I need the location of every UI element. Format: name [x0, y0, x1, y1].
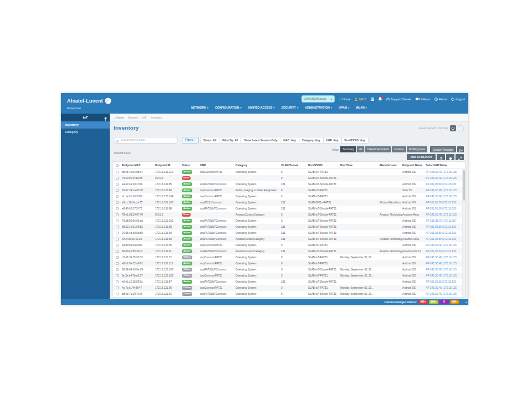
row-checkbox[interactable] — [116, 213, 119, 216]
table-row[interactable]: dc:1e:b1:19:3f:06172.16.122.104Activeunp… — [113, 193, 465, 200]
table-row[interactable]: e8:b2:9e:22:a9:91172.16.131.116Activeunp… — [113, 260, 465, 267]
tab-location[interactable]: Location — [392, 146, 406, 152]
table-row[interactable]: 4c:ef:c0:01:42:33172.16.131.60ActiveunpP… — [113, 236, 465, 242]
row-checkbox[interactable] — [116, 293, 119, 295]
table-row[interactable]: e0:e1:c2:15:09:9c172.16.131.87ActiveunpP… — [113, 279, 465, 285]
scroll-top-arrow[interactable]: ▲ — [465, 299, 468, 305]
cell-switch-ap-name[interactable]: AP-245,3D:40 (172.16.125 — [426, 195, 465, 198]
cell-switch-ap-name[interactable]: AP-261,05:30 (172.16.130 — [426, 232, 465, 234]
filter-chip-mac[interactable]: MAC: Any — [280, 137, 299, 144]
row-checkbox[interactable] — [116, 201, 119, 204]
row-checkbox[interactable] — [116, 274, 119, 277]
nav-menu-administration[interactable]: ADMINISTRATION▾ — [305, 106, 332, 109]
row-checkbox[interactable] — [116, 232, 119, 234]
table-row[interactable]: 70:a8:55:9e:00:ad172.16.121.102Activeunp… — [113, 218, 465, 224]
column-header-endpoint-name[interactable]: Endpoint Name — [402, 164, 426, 167]
nav-menu-security[interactable]: SECURITY▾ — [282, 106, 299, 109]
table-row[interactable]: 90:dd:e7:85:3e:7c172.16.131.81ActiveunpP… — [113, 248, 465, 254]
fullscreen-button[interactable] — [456, 154, 464, 160]
row-checkbox[interactable] — [116, 238, 119, 241]
tab-all[interactable]: All — [357, 146, 364, 152]
cell-switch-ap-name[interactable]: AP-261,05:30 (172.16.130 — [426, 201, 465, 204]
alarm-count-badge[interactable]: 999+ — [429, 300, 438, 304]
tab-classification-auth[interactable]: Classification/Auth — [365, 146, 391, 152]
column-header-category[interactable]: Category — [236, 164, 281, 167]
row-checkbox[interactable] — [116, 189, 119, 192]
add-to-report-button[interactable]: ADD TO REPORT — [407, 154, 436, 160]
row-checkbox[interactable] — [116, 250, 119, 253]
table-row[interactable]: 08:34:64:30:0e:09172.16.122.108Offlineun… — [113, 267, 465, 273]
column-header-manufacturer[interactable]: Manufacturer — [380, 164, 402, 167]
cell-switch-ap-name[interactable]: AP-245,3D:40 (172.16.125 — [426, 262, 465, 265]
tab-profiling-data[interactable]: Profiling Data — [407, 146, 427, 152]
table-row[interactable]: e8:40:65:37:5f:75172.16.131.88ActiveunpP… — [113, 206, 465, 212]
filter-chip-filter-by[interactable]: Filter By: All — [219, 137, 241, 144]
breadcrumb-item-inventory[interactable]: Inventory — [151, 116, 162, 119]
table-row[interactable]: c0:d6:39:15:20:03172.16.121.72Offlineunp… — [113, 254, 465, 260]
header-link-bell[interactable] — [378, 97, 382, 101]
row-checkbox[interactable] — [116, 226, 119, 228]
header-link-home[interactable]: ⌂Home — [339, 98, 350, 101]
header-link-apps[interactable] — [371, 98, 374, 101]
cell-switch-ap-name[interactable]: AP-261,05:30 (172.16.130 — [426, 226, 465, 228]
table-row[interactable]: a0:cc:2b:0a:ca:75172.16.131.103Activeunp… — [113, 200, 465, 206]
select-all-checkbox[interactable] — [116, 164, 119, 167]
column-header-port-essid[interactable]: Port/ESSID — [308, 164, 340, 167]
tab-summary[interactable]: Summary — [340, 146, 356, 152]
table-row[interactable]: 78:e1:03:24:97:490.0.0.0ErrorAmazonCusto… — [113, 212, 465, 218]
table-row[interactable]: 8c:2e:e4:7b:e2:17172.16.122.103Offlineun… — [113, 273, 465, 279]
print-button[interactable] — [446, 154, 454, 160]
breadcrumb-item-network[interactable]: Network — [128, 116, 138, 119]
row-checkbox[interactable] — [116, 280, 119, 283]
row-checkbox[interactable] — [116, 287, 119, 289]
alarm-count-badge[interactable]: 999+ — [450, 300, 459, 304]
cell-switch-ap-name[interactable]: AP-245,3D:40 (172.16.125 — [426, 268, 465, 271]
column-header-switch-ap-name[interactable]: Switch/AP Name — [426, 164, 465, 167]
filter-chip-port-essid[interactable]: Port/ESSID: Any — [342, 137, 369, 144]
nav-menu-wlan[interactable]: WLAN▾ — [356, 106, 367, 109]
nav-menu-network[interactable]: NETWORK▾ — [191, 106, 208, 109]
column-header-vlan-tunnel[interactable]: VLAN/Tunnel — [281, 164, 308, 167]
context-dropdown[interactable]: LAN+WLAN menu ▾ — [301, 95, 335, 103]
table-row[interactable]: 00:a7:24:1a:d0:30172.16.122.86ActiveunpC… — [113, 187, 465, 193]
filter-chip-unp[interactable]: UNP: Any — [324, 137, 342, 144]
scrollbar-thumb[interactable] — [463, 170, 465, 201]
cell-switch-ap-name[interactable]: AP-245,3D:40 (172.16.125 — [426, 287, 465, 289]
table-row[interactable]: 34:80:89:0a:af:8e172.16.122.95ActiveunpC… — [113, 242, 465, 248]
table-row[interactable]: e4:e0:3e:10:1f:34172.16.131.85ActiveunpP… — [113, 181, 465, 187]
filter-chip-category[interactable]: Category: Any — [299, 137, 324, 144]
search-input[interactable] — [121, 139, 175, 141]
filter-chip-status[interactable]: Status: All — [200, 137, 220, 144]
row-checkbox[interactable] — [116, 244, 119, 247]
nav-menu-configuration[interactable]: CONFIGURATION▾ — [215, 106, 242, 109]
cell-switch-ap-name[interactable]: AP-245,3D:40 (172.16.125 — [426, 274, 465, 277]
alarm-count-badge[interactable]: 999+ — [418, 300, 428, 304]
column-header-status[interactable]: Status — [182, 164, 200, 167]
view-settings-button[interactable] — [457, 146, 464, 152]
alarm-count-badge[interactable]: 0 — [439, 300, 449, 304]
cell-switch-ap-name[interactable]: AP-245,3D:40 (172.16.125 — [426, 293, 465, 295]
column-header-unp[interactable]: UNP — [200, 164, 236, 167]
sidebar-item-inventory[interactable]: Inventory — [61, 121, 110, 129]
cell-switch-ap-name[interactable]: AP-245,3D:40 (172.16.125 — [426, 244, 465, 247]
row-checkbox[interactable] — [116, 268, 119, 271]
cell-switch-ap-name[interactable]: AP-239,3B:70 (172.16.207 — [426, 219, 465, 222]
row-checkbox[interactable] — [116, 195, 119, 198]
table-row[interactable]: b8:e3:71:29:7e:0f172.16.121.91Offlineunp… — [113, 291, 465, 297]
nav-menu-unified-access[interactable]: UNIFIED ACCESS▾ — [248, 106, 275, 109]
column-header-endpoint-ip[interactable]: Endpoint IP — [155, 164, 182, 167]
row-checkbox[interactable] — [116, 183, 119, 186]
header-link-ne11[interactable]: NE11 — [355, 98, 366, 101]
breadcrumb-item-home[interactable]: ⌂Home — [114, 116, 124, 119]
pin-icon[interactable] — [104, 116, 107, 124]
header-link-support-center[interactable]: Support Center — [386, 98, 411, 101]
cell-switch-ap-name[interactable]: AP-261,05:30 (172.16.130 — [426, 207, 465, 210]
row-checkbox[interactable] — [116, 177, 119, 180]
table-row[interactable]: 38:22:1e:01:09:82172.16.131.68ActiveunpP… — [113, 224, 465, 230]
sidebar-item-category[interactable]: Category — [61, 129, 110, 136]
cell-switch-ap-name[interactable]: AP-245,3D:40 (172.16.125 — [426, 177, 465, 180]
header-link-logout[interactable]: Logout — [451, 98, 465, 101]
cell-switch-ap-name[interactable]: AP-261,05:30 (172.16.130 — [426, 238, 465, 241]
row-checkbox[interactable] — [116, 256, 119, 259]
table-row[interactable]: c8:e5:42:0e:c8:e4172.16.121.110Activeunp… — [113, 169, 465, 175]
